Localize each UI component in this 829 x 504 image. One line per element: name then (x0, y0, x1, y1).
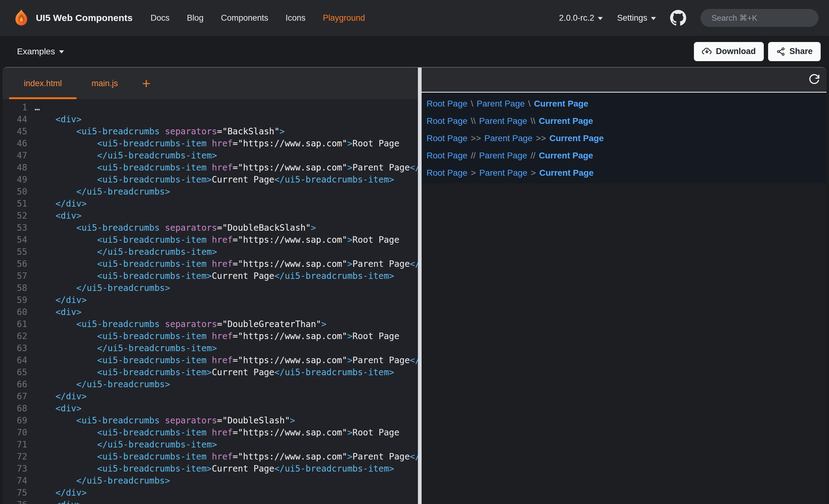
breadcrumb-row: Root Page\\Parent Page\\Current Page (427, 112, 827, 130)
code-line: 52 <div> (2, 210, 418, 222)
code-text: <div> (27, 306, 82, 318)
code-line: 59 </div> (2, 294, 418, 306)
breadcrumb-separator: // (471, 151, 476, 161)
code-line: 64 <ui5-breadcrumbs-item href="https://w… (2, 354, 418, 366)
search-input[interactable] (712, 13, 815, 23)
breadcrumb-link[interactable]: Root Page (427, 168, 467, 178)
code-text: </div> (27, 487, 87, 499)
code-text: <ui5-breadcrumbs separators="DoubleSlash… (27, 415, 295, 426)
nav-link-playground[interactable]: Playground (323, 13, 365, 23)
line-number: 75 (2, 487, 27, 499)
code-text: <div> (27, 113, 82, 125)
nav-link-icons[interactable]: Icons (286, 13, 306, 23)
code-line: 55 </ui5-breadcrumbs-item> (2, 246, 418, 258)
code-text: </ui5-breadcrumbs-item> (27, 438, 217, 451)
toolbar-buttons: Download Share (694, 42, 821, 61)
code-text: <ui5-breadcrumbs separators="DoubleGreat… (27, 318, 326, 330)
code-text: </ui5-breadcrumbs> (27, 282, 170, 294)
line-number: 68 (2, 402, 27, 415)
breadcrumb-link[interactable]: Parent Page (479, 168, 528, 178)
nav-link-docs[interactable]: Docs (150, 13, 170, 23)
preview-header (422, 68, 827, 92)
code-line: 46 <ui5-breadcrumbs-item href="https://w… (2, 138, 418, 150)
version-label: 2.0.0-rc.2 (559, 13, 594, 23)
download-label: Download (716, 47, 756, 56)
breadcrumb-link[interactable]: Root Page (427, 133, 467, 143)
code-line: 1… (2, 101, 418, 113)
tab-index.html[interactable]: index.html (9, 68, 77, 99)
code-editor-pane: index.htmlmain.js + 1…44 <div>45 <ui5-br… (2, 68, 418, 504)
code-line: 45 <ui5-breadcrumbs separators="BackSlas… (2, 125, 418, 138)
breadcrumb-current-page: Current Page (539, 168, 594, 178)
line-number: 60 (2, 306, 27, 318)
code-text: <ui5-breadcrumbs-item href="https://www.… (27, 426, 399, 438)
code-editor[interactable]: 1…44 <div>45 <ui5-breadcrumbs separators… (2, 100, 418, 504)
breadcrumb-link[interactable]: Parent Page (479, 116, 527, 126)
breadcrumb-link[interactable]: Parent Page (477, 99, 525, 109)
share-button[interactable]: Share (768, 42, 821, 61)
examples-label: Examples (17, 47, 55, 56)
code-text: </div> (27, 390, 87, 402)
code-text: <ui5-breadcrumbs-item href="https://www.… (27, 330, 399, 342)
editor-tabs: index.htmlmain.js (9, 68, 133, 99)
examples-dropdown[interactable]: Examples (17, 47, 64, 56)
breadcrumb-row: Root Page>>Parent Page>>Current Page (427, 130, 827, 147)
code-line: 58 </ui5-breadcrumbs> (2, 282, 418, 294)
breadcrumb-separator: >> (536, 133, 546, 143)
code-line: 51 </div> (2, 198, 418, 210)
tab-main.js[interactable]: main.js (77, 68, 133, 99)
caret-down-icon (59, 50, 64, 53)
nav-link-blog[interactable]: Blog (187, 13, 204, 23)
line-number: 64 (2, 354, 27, 366)
code-text: <div> (27, 402, 82, 415)
nav-link-components[interactable]: Components (221, 13, 268, 23)
code-line: 72 <ui5-breadcrumbs-item href="https://w… (2, 451, 418, 463)
refresh-icon (808, 74, 820, 85)
preview-pane: Root Page\Parent Page\Current PageRoot P… (422, 68, 827, 504)
github-icon[interactable] (670, 10, 686, 26)
code-text: <ui5-breadcrumbs-item>Current Page</ui5-… (27, 270, 394, 282)
settings-dropdown[interactable]: Settings (617, 13, 656, 23)
breadcrumb-separator: > (531, 168, 536, 178)
code-line: 70 <ui5-breadcrumbs-item href="https://w… (2, 426, 418, 438)
breadcrumb-current-page: Current Page (549, 133, 604, 143)
line-number: 63 (2, 342, 27, 354)
code-line: 73 <ui5-breadcrumbs-item>Current Page</u… (2, 463, 418, 475)
download-button[interactable]: Download (694, 42, 764, 61)
code-text: <ui5-breadcrumbs-item href="https://www.… (27, 161, 418, 173)
breadcrumb-link[interactable]: Root Page (427, 151, 467, 161)
line-number: 71 (2, 438, 27, 451)
breadcrumb-link[interactable]: Parent Page (484, 133, 533, 143)
search-box[interactable] (700, 9, 819, 27)
breadcrumb-row: Root Page\Parent Page\Current Page (427, 95, 827, 112)
code-text: </div> (27, 294, 87, 306)
add-tab-button[interactable]: + (142, 76, 150, 90)
breadcrumb-link[interactable]: Root Page (427, 116, 467, 126)
code-text: <ui5-breadcrumbs-item>Current Page</ui5-… (27, 173, 394, 186)
code-line: 66 </ui5-breadcrumbs> (2, 378, 418, 390)
version-dropdown[interactable]: 2.0.0-rc.2 (559, 13, 603, 23)
line-number: 47 (2, 150, 27, 161)
line-number: 65 (2, 366, 27, 378)
code-text: </div> (27, 198, 87, 210)
breadcrumb-current-page: Current Page (539, 151, 593, 161)
pane-resize-handle[interactable] (418, 68, 422, 504)
code-line: 53 <ui5-breadcrumbs separators="DoubleBa… (2, 222, 418, 234)
playground-container: index.htmlmain.js + 1…44 <div>45 <ui5-br… (2, 67, 827, 504)
breadcrumb-link[interactable]: Parent Page (479, 151, 527, 161)
breadcrumb-separator: \ (528, 99, 531, 109)
code-text: <ui5-breadcrumbs-item href="https://www.… (27, 258, 418, 270)
breadcrumb-link[interactable]: Root Page (427, 99, 467, 109)
line-number: 57 (2, 270, 27, 282)
navbar-right: 2.0.0-rc.2 Settings (559, 9, 819, 27)
brand-home-link[interactable]: UI5 Web Components (12, 9, 133, 27)
refresh-button[interactable] (807, 73, 821, 86)
line-number: 1 (2, 101, 27, 113)
line-number: 70 (2, 426, 27, 438)
code-text: … (27, 101, 40, 113)
code-text: <ui5-breadcrumbs-item href="https://www.… (27, 234, 399, 246)
code-line: 65 <ui5-breadcrumbs-item>Current Page</u… (2, 366, 418, 378)
line-number: 67 (2, 390, 27, 402)
line-number: 72 (2, 451, 27, 463)
code-text: <ui5-breadcrumbs-item>Current Page</ui5-… (27, 463, 394, 475)
